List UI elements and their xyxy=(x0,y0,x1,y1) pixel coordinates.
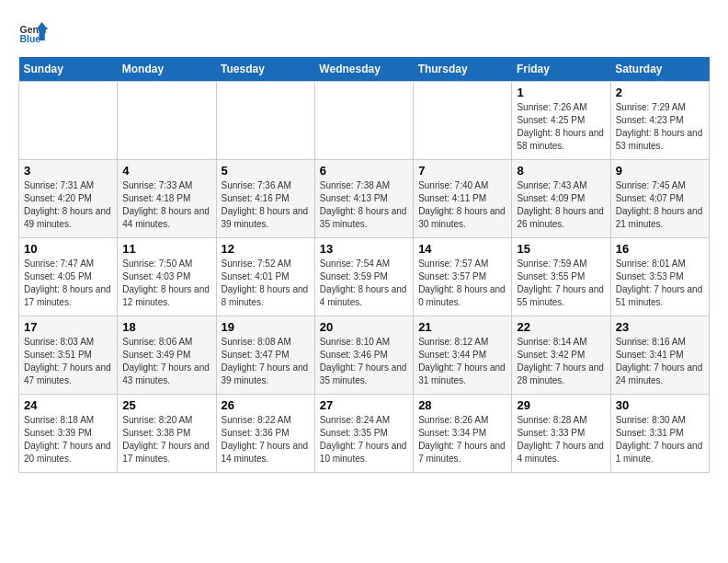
day-info: Sunrise: 7:43 AM Sunset: 4:09 PM Dayligh… xyxy=(517,179,605,231)
calendar-cell: 12Sunrise: 7:52 AM Sunset: 4:01 PM Dayli… xyxy=(216,238,314,316)
calendar-cell: 15Sunrise: 7:59 AM Sunset: 3:55 PM Dayli… xyxy=(512,238,610,316)
calendar-cell: 26Sunrise: 8:22 AM Sunset: 3:36 PM Dayli… xyxy=(216,395,314,473)
calendar-week-row: 24Sunrise: 8:18 AM Sunset: 3:39 PM Dayli… xyxy=(19,395,710,473)
calendar-week-row: 1Sunrise: 7:26 AM Sunset: 4:25 PM Daylig… xyxy=(19,82,710,160)
day-info: Sunrise: 7:47 AM Sunset: 4:05 PM Dayligh… xyxy=(24,258,112,309)
day-number: 10 xyxy=(24,242,112,256)
calendar-cell: 18Sunrise: 8:06 AM Sunset: 3:49 PM Dayli… xyxy=(118,316,216,395)
day-info: Sunrise: 7:38 AM Sunset: 4:13 PM Dayligh… xyxy=(320,179,408,231)
day-info: Sunrise: 8:24 AM Sunset: 3:35 PM Dayligh… xyxy=(320,414,408,465)
calendar-cell: 20Sunrise: 8:10 AM Sunset: 3:46 PM Dayli… xyxy=(314,316,413,395)
day-info: Sunrise: 8:03 AM Sunset: 3:51 PM Dayligh… xyxy=(24,336,112,387)
day-number: 9 xyxy=(616,164,704,178)
calendar-cell: 10Sunrise: 7:47 AM Sunset: 4:05 PM Dayli… xyxy=(19,238,118,316)
day-number: 27 xyxy=(320,398,408,412)
day-number: 8 xyxy=(517,164,605,178)
day-info: Sunrise: 8:16 AM Sunset: 3:41 PM Dayligh… xyxy=(616,336,704,387)
calendar-cell: 14Sunrise: 7:57 AM Sunset: 3:57 PM Dayli… xyxy=(414,238,512,316)
calendar-cell: 22Sunrise: 8:14 AM Sunset: 3:42 PM Dayli… xyxy=(512,316,610,395)
day-info: Sunrise: 7:29 AM Sunset: 4:23 PM Dayligh… xyxy=(616,101,704,153)
calendar-cell xyxy=(314,82,413,160)
day-number: 12 xyxy=(222,242,310,256)
day-info: Sunrise: 7:36 AM Sunset: 4:16 PM Dayligh… xyxy=(222,179,310,231)
calendar-cell: 30Sunrise: 8:30 AM Sunset: 3:31 PM Dayli… xyxy=(610,395,709,473)
day-number: 5 xyxy=(222,164,310,178)
day-number: 18 xyxy=(122,320,210,334)
day-number: 14 xyxy=(418,242,506,256)
day-info: Sunrise: 7:40 AM Sunset: 4:11 PM Dayligh… xyxy=(418,179,506,231)
svg-text:Blue: Blue xyxy=(20,34,41,44)
day-info: Sunrise: 8:20 AM Sunset: 3:38 PM Dayligh… xyxy=(122,414,210,465)
day-info: Sunrise: 7:59 AM Sunset: 3:55 PM Dayligh… xyxy=(517,258,605,309)
calendar-cell: 3Sunrise: 7:31 AM Sunset: 4:20 PM Daylig… xyxy=(19,160,118,238)
day-number: 26 xyxy=(222,398,310,412)
day-info: Sunrise: 7:57 AM Sunset: 3:57 PM Dayligh… xyxy=(418,258,506,309)
calendar-cell: 28Sunrise: 8:26 AM Sunset: 3:34 PM Dayli… xyxy=(414,395,512,473)
day-info: Sunrise: 8:26 AM Sunset: 3:34 PM Dayligh… xyxy=(418,414,506,465)
day-info: Sunrise: 8:06 AM Sunset: 3:49 PM Dayligh… xyxy=(122,336,210,387)
day-number: 4 xyxy=(122,164,210,178)
day-info: Sunrise: 8:18 AM Sunset: 3:39 PM Dayligh… xyxy=(24,414,112,465)
calendar-cell: 13Sunrise: 7:54 AM Sunset: 3:59 PM Dayli… xyxy=(314,238,413,316)
calendar-cell: 16Sunrise: 8:01 AM Sunset: 3:53 PM Dayli… xyxy=(610,238,709,316)
calendar-cell: 1Sunrise: 7:26 AM Sunset: 4:25 PM Daylig… xyxy=(512,82,610,160)
calendar-cell: 8Sunrise: 7:43 AM Sunset: 4:09 PM Daylig… xyxy=(512,160,610,238)
calendar-cell: 9Sunrise: 7:45 AM Sunset: 4:07 PM Daylig… xyxy=(610,160,709,238)
day-number: 25 xyxy=(122,398,210,412)
calendar-cell xyxy=(414,82,512,160)
calendar-cell: 2Sunrise: 7:29 AM Sunset: 4:23 PM Daylig… xyxy=(610,82,709,160)
calendar-cell: 27Sunrise: 8:24 AM Sunset: 3:35 PM Dayli… xyxy=(314,395,413,473)
day-number: 3 xyxy=(24,164,112,178)
day-number: 1 xyxy=(517,86,605,99)
day-info: Sunrise: 7:45 AM Sunset: 4:07 PM Dayligh… xyxy=(616,179,704,231)
calendar-cell: 25Sunrise: 8:20 AM Sunset: 3:38 PM Dayli… xyxy=(118,395,216,473)
day-number: 21 xyxy=(418,320,506,334)
day-number: 7 xyxy=(418,164,506,178)
day-number: 17 xyxy=(24,320,112,334)
day-number: 28 xyxy=(418,398,506,412)
weekday-header-friday: Friday xyxy=(512,57,610,82)
weekday-header-thursday: Thursday xyxy=(414,57,512,82)
weekday-header-saturday: Saturday xyxy=(610,57,709,82)
weekday-header-tuesday: Tuesday xyxy=(216,57,314,82)
calendar-cell: 4Sunrise: 7:33 AM Sunset: 4:18 PM Daylig… xyxy=(118,160,216,238)
calendar-cell xyxy=(118,82,216,160)
day-info: Sunrise: 8:08 AM Sunset: 3:47 PM Dayligh… xyxy=(222,336,310,387)
day-number: 22 xyxy=(517,320,605,334)
logo-icon: General Blue xyxy=(18,18,48,48)
calendar-week-row: 3Sunrise: 7:31 AM Sunset: 4:20 PM Daylig… xyxy=(19,160,710,238)
calendar-cell: 5Sunrise: 7:36 AM Sunset: 4:16 PM Daylig… xyxy=(216,160,314,238)
calendar-week-row: 10Sunrise: 7:47 AM Sunset: 4:05 PM Dayli… xyxy=(19,238,710,316)
day-info: Sunrise: 7:50 AM Sunset: 4:03 PM Dayligh… xyxy=(122,258,210,309)
calendar-week-row: 17Sunrise: 8:03 AM Sunset: 3:51 PM Dayli… xyxy=(19,316,710,395)
weekday-header-sunday: Sunday xyxy=(19,57,118,82)
day-info: Sunrise: 7:33 AM Sunset: 4:18 PM Dayligh… xyxy=(122,179,210,231)
calendar-cell: 23Sunrise: 8:16 AM Sunset: 3:41 PM Dayli… xyxy=(610,316,709,395)
day-info: Sunrise: 8:28 AM Sunset: 3:33 PM Dayligh… xyxy=(517,414,605,465)
day-info: Sunrise: 8:01 AM Sunset: 3:53 PM Dayligh… xyxy=(616,258,704,309)
day-info: Sunrise: 8:14 AM Sunset: 3:42 PM Dayligh… xyxy=(517,336,605,387)
day-number: 16 xyxy=(616,242,704,256)
calendar-cell xyxy=(216,82,314,160)
day-info: Sunrise: 8:30 AM Sunset: 3:31 PM Dayligh… xyxy=(616,414,704,465)
calendar-cell: 17Sunrise: 8:03 AM Sunset: 3:51 PM Dayli… xyxy=(19,316,118,395)
day-number: 2 xyxy=(616,86,704,99)
day-number: 20 xyxy=(320,320,408,334)
day-info: Sunrise: 8:10 AM Sunset: 3:46 PM Dayligh… xyxy=(320,336,408,387)
logo: General Blue xyxy=(18,18,51,48)
day-number: 6 xyxy=(320,164,408,178)
day-number: 30 xyxy=(616,398,704,412)
calendar-cell: 6Sunrise: 7:38 AM Sunset: 4:13 PM Daylig… xyxy=(314,160,413,238)
day-number: 23 xyxy=(616,320,704,334)
day-number: 13 xyxy=(320,242,408,256)
calendar-cell: 29Sunrise: 8:28 AM Sunset: 3:33 PM Dayli… xyxy=(512,395,610,473)
page-header: General Blue xyxy=(18,18,710,48)
calendar-table: SundayMondayTuesdayWednesdayThursdayFrid… xyxy=(18,57,710,473)
calendar-cell: 19Sunrise: 8:08 AM Sunset: 3:47 PM Dayli… xyxy=(216,316,314,395)
day-info: Sunrise: 7:52 AM Sunset: 4:01 PM Dayligh… xyxy=(222,258,310,309)
day-number: 15 xyxy=(517,242,605,256)
day-info: Sunrise: 7:54 AM Sunset: 3:59 PM Dayligh… xyxy=(320,258,408,309)
day-number: 29 xyxy=(517,398,605,412)
calendar-cell: 21Sunrise: 8:12 AM Sunset: 3:44 PM Dayli… xyxy=(414,316,512,395)
calendar-cell: 24Sunrise: 8:18 AM Sunset: 3:39 PM Dayli… xyxy=(19,395,118,473)
